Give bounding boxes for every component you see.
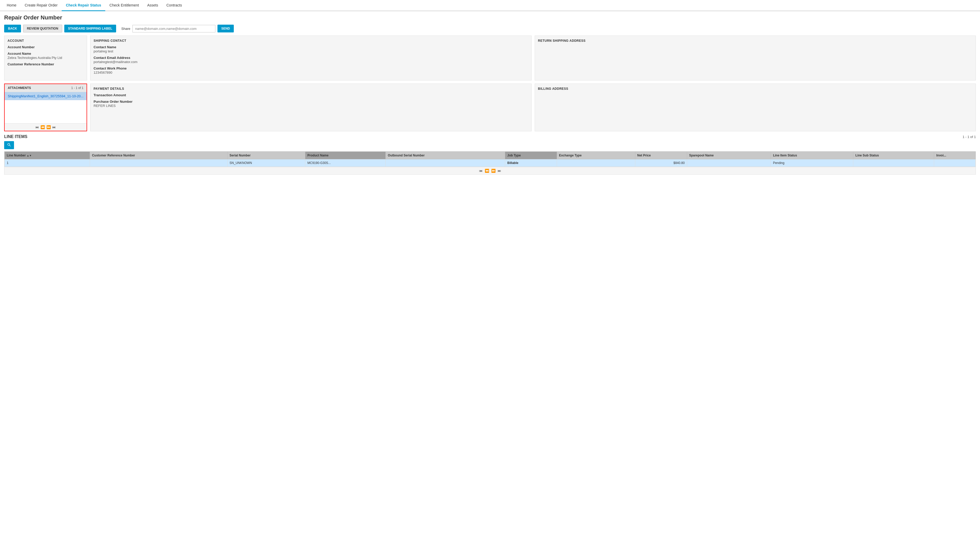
purchase-order-label: Purchase Order Number (94, 100, 528, 104)
table-cell: Billable (505, 159, 557, 167)
share-input[interactable] (132, 25, 215, 32)
account-number-label: Account Number (8, 45, 84, 49)
top-grid: ACCOUNT Account Number Account Name Zebr… (4, 35, 976, 131)
col-line-number[interactable]: Line Number ▲▼ (5, 152, 90, 159)
table-cell (557, 159, 635, 167)
review-quotation-button[interactable]: REVIEW QUOTATION (23, 25, 62, 32)
contact-phone-value: 1234567890 (94, 70, 528, 75)
table-row[interactable]: 1SN_UNKNOWNMC9190-G30S...Billable$840.80… (5, 159, 975, 167)
nav-check-entitlement[interactable]: Check Entitlement (105, 0, 143, 11)
pager-prev[interactable]: ⏪ (40, 125, 45, 129)
table-cell (687, 159, 771, 167)
customer-ref-label: Customer Reference Number (8, 62, 84, 66)
col-line-item-status[interactable]: Line Item Status (771, 152, 853, 159)
transaction-amount-label: Transaction Amount (94, 93, 528, 97)
search-icon (7, 143, 11, 147)
share-label: Share (121, 27, 130, 30)
payment-details-title: PAYMENT DETAILS (94, 87, 528, 91)
contact-email-value: portalregtest@mailinator.com (94, 60, 528, 64)
col-customer-ref[interactable]: Customer Reference Number (90, 152, 228, 159)
contact-email-label: Contact Email Address (94, 56, 528, 60)
line-items-title: LINE ITEMS (4, 134, 27, 139)
table-cell: MC9190-G30S... (305, 159, 386, 167)
table-cell: $840.80 (635, 159, 687, 167)
table-cell (90, 159, 228, 167)
nav-bar: Home Create Repair Order Check Repair St… (0, 0, 980, 11)
contact-phone-label: Contact Work Phone (94, 66, 528, 70)
billing-address-card: BILLING ADDRESS (535, 83, 976, 131)
attachments-title: ATTACHMENTS (8, 86, 31, 90)
col-sparepool-name[interactable]: Sparepool Name (687, 152, 771, 159)
table-cell: SN_UNKNOWN (228, 159, 305, 167)
account-name-label: Account Name (8, 52, 84, 56)
shipping-contact-card: SHIPPING CONTACT Contact Name portalreg … (90, 35, 531, 80)
nav-check-repair-status[interactable]: Check Repair Status (62, 0, 105, 11)
table-cell (934, 159, 975, 167)
table-pager-next[interactable]: ⏩ (491, 169, 496, 173)
col-outbound-serial[interactable]: Outbound Serial Number (386, 152, 505, 159)
pager-last[interactable]: ⏭ (52, 125, 56, 129)
col-line-sub-status[interactable]: Line Sub Status (853, 152, 934, 159)
send-button[interactable]: SEND (218, 25, 234, 32)
purchase-order-value: REFER LINES (94, 104, 528, 108)
account-card: ACCOUNT Account Number Account Name Zebr… (4, 35, 87, 80)
content-area: ACCOUNT Account Number Account Name Zebr… (0, 35, 980, 175)
page-title: Repair Order Number (0, 11, 980, 22)
payment-details-card: PAYMENT DETAILS Transaction Amount Purch… (90, 83, 531, 131)
table-cell: Pending (771, 159, 853, 167)
nav-home[interactable]: Home (3, 0, 21, 11)
account-name-value: Zebra Technologies Australia Pty Ltd (8, 56, 84, 60)
line-items-count: 1 - 1 of 1 (963, 135, 976, 139)
pager-first[interactable]: ⏮ (35, 125, 39, 129)
pager-next[interactable]: ⏩ (46, 125, 51, 129)
table-cell (853, 159, 934, 167)
account-title: ACCOUNT (8, 39, 84, 43)
line-items-section: LINE ITEMS 1 - 1 of 1 Line Number ▲▼ Cus… (4, 134, 976, 175)
col-net-price[interactable]: Net Price (635, 152, 687, 159)
col-serial-number[interactable]: Serial Number (228, 152, 305, 159)
attachment-link-0[interactable]: ShippingManifest1_English_30725594_11-10… (5, 92, 87, 100)
line-items-table: Line Number ▲▼ Customer Reference Number… (5, 152, 975, 167)
table-pager-prev[interactable]: ⏪ (485, 169, 489, 173)
nav-contracts[interactable]: Contracts (162, 0, 186, 11)
contact-name-label: Contact Name (94, 45, 528, 49)
attachments-footer: ⏮ ⏪ ⏩ ⏭ (5, 123, 87, 131)
col-invoice[interactable]: Invoi... (934, 152, 975, 159)
col-exchange-type[interactable]: Exchange Type (557, 152, 635, 159)
return-shipping-card: RETURN SHIPPING ADDRESS (535, 35, 976, 80)
col-job-type[interactable]: Job Type (505, 152, 557, 159)
attachments-header: ATTACHMENTS 1 - 1 of 1 (5, 84, 87, 92)
table-cell: 1 (5, 159, 90, 167)
attachments-card: ATTACHMENTS 1 - 1 of 1 ShippingManifest1… (4, 83, 87, 131)
search-button[interactable] (4, 141, 14, 149)
standard-shipping-label-button[interactable]: STANDARD SHIPPING LABEL (64, 25, 116, 32)
nav-create-repair-order[interactable]: Create Repair Order (21, 0, 62, 11)
attachments-count: 1 - 1 of 1 (71, 86, 83, 90)
attachments-body: ShippingManifest1_English_30725594_11-10… (5, 92, 87, 123)
line-items-header: LINE ITEMS 1 - 1 of 1 (4, 134, 976, 139)
billing-address-title: BILLING ADDRESS (538, 87, 973, 91)
table-pager-last[interactable]: ⏭ (498, 169, 501, 173)
svg-line-1 (10, 145, 11, 147)
table-footer: ⏮ ⏪ ⏩ ⏭ (4, 167, 976, 175)
table-cell (386, 159, 505, 167)
toolbar: BACK REVIEW QUOTATION STANDARD SHIPPING … (0, 22, 980, 35)
col-product-name[interactable]: Product Name (305, 152, 386, 159)
nav-assets[interactable]: Assets (143, 0, 162, 11)
shipping-contact-title: SHIPPING CONTACT (94, 39, 528, 43)
svg-point-0 (8, 144, 10, 145)
contact-name-value: portalreg test (94, 49, 528, 53)
table-wrapper: Line Number ▲▼ Customer Reference Number… (4, 151, 976, 167)
table-pager-first[interactable]: ⏮ (479, 169, 483, 173)
return-shipping-title: RETURN SHIPPING ADDRESS (538, 39, 973, 43)
back-button[interactable]: BACK (4, 25, 21, 32)
